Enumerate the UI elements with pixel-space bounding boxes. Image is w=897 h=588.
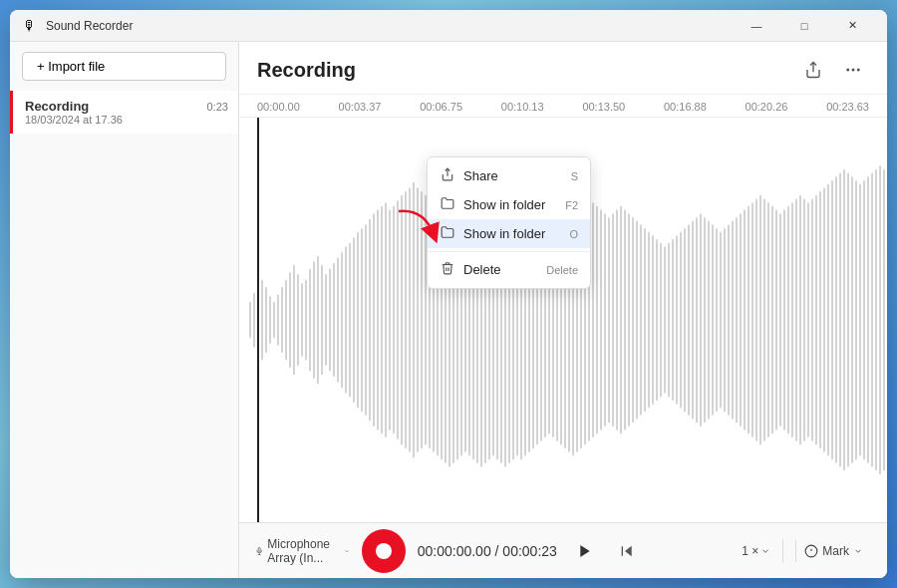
controls-divider — [782, 539, 783, 563]
svg-rect-22 — [321, 265, 323, 376]
share-icon — [804, 61, 822, 79]
svg-rect-153 — [843, 169, 845, 471]
menu-item-delete[interactable]: Delete Delete — [428, 255, 590, 284]
svg-rect-123 — [724, 228, 726, 413]
timeline-marker-2: 00:06.75 — [420, 101, 462, 113]
speed-control[interactable]: 1 × — [742, 544, 770, 558]
svg-rect-138 — [783, 209, 785, 430]
svg-rect-37 — [381, 206, 383, 435]
recording-title: Recording — [257, 59, 356, 82]
timeline-marker-5: 00:16.88 — [664, 101, 707, 113]
share-header-button[interactable] — [797, 54, 829, 86]
svg-rect-39 — [389, 209, 391, 430]
menu-item-folder2-label: Show in folder — [463, 226, 545, 241]
time-display: 00:00:00.00 / 00:00:23 — [418, 543, 557, 559]
svg-rect-104 — [648, 231, 650, 408]
svg-rect-159 — [867, 176, 869, 463]
svg-rect-160 — [871, 172, 873, 466]
svg-rect-38 — [385, 202, 387, 438]
menu-item-folder2-shortcut: O — [569, 228, 578, 240]
timeline-marker-3: 00:10.13 — [501, 101, 544, 113]
mark-button[interactable]: Mark — [795, 540, 871, 562]
app-icon: 🎙 — [22, 18, 38, 34]
menu-item-show-in-folder-2[interactable]: Show in folder O — [428, 219, 590, 248]
svg-rect-97 — [620, 206, 622, 435]
svg-rect-91 — [596, 206, 598, 435]
mic-selector[interactable]: Microphone Array (In... — [255, 537, 350, 565]
play-button[interactable] — [569, 535, 601, 567]
mark-chevron-icon — [853, 546, 863, 556]
svg-rect-93 — [604, 213, 606, 427]
svg-rect-147 — [819, 191, 821, 448]
svg-rect-122 — [720, 231, 722, 408]
title-bar: 🎙 Sound Recorder — □ ✕ — [10, 10, 887, 42]
timeline-marker-7: 00:23.63 — [826, 101, 869, 113]
svg-rect-128 — [744, 209, 746, 430]
menu-item-folder2-left: Show in folder — [440, 225, 545, 242]
svg-rect-126 — [736, 217, 738, 424]
svg-rect-11 — [277, 294, 279, 346]
svg-rect-13 — [285, 279, 287, 360]
bottom-controls: Microphone Array (In... 00:00:00.00 / 00… — [239, 522, 887, 578]
menu-item-share[interactable]: Share S — [428, 161, 590, 190]
svg-rect-139 — [787, 206, 789, 435]
svg-rect-162 — [879, 165, 881, 474]
speed-chevron-icon — [760, 546, 770, 556]
svg-rect-152 — [839, 172, 841, 466]
more-options-button[interactable] — [837, 54, 869, 86]
svg-rect-157 — [859, 183, 861, 455]
recording-list-item[interactable]: Recording 18/03/2024 at 17.36 0:23 — [10, 91, 238, 134]
time-total: 00:00:23 — [502, 543, 557, 559]
skip-to-start-button[interactable] — [613, 537, 641, 565]
menu-item-delete-left: Delete — [440, 261, 501, 278]
svg-rect-127 — [740, 213, 742, 427]
menu-item-folder1-left: Show in folder — [440, 196, 545, 213]
mark-icon — [804, 544, 818, 558]
svg-rect-155 — [851, 176, 853, 463]
svg-rect-148 — [823, 187, 825, 452]
svg-rect-150 — [831, 180, 833, 460]
svg-rect-144 — [807, 202, 809, 438]
svg-rect-33 — [365, 224, 367, 416]
svg-rect-131 — [755, 198, 757, 441]
maximize-button[interactable]: □ — [781, 10, 827, 42]
svg-point-1 — [846, 69, 849, 72]
svg-rect-118 — [704, 217, 706, 424]
chevron-down-icon — [344, 546, 350, 556]
svg-rect-26 — [337, 257, 339, 382]
svg-rect-136 — [775, 209, 777, 430]
svg-rect-116 — [696, 217, 698, 424]
svg-rect-102 — [640, 224, 642, 416]
svg-rect-4 — [249, 302, 251, 339]
svg-rect-30 — [353, 237, 355, 403]
svg-rect-105 — [652, 235, 654, 405]
record-button[interactable] — [362, 529, 406, 573]
svg-rect-29 — [349, 242, 351, 397]
svg-rect-125 — [732, 220, 734, 419]
svg-rect-141 — [795, 198, 797, 441]
close-button[interactable]: ✕ — [829, 10, 875, 42]
svg-rect-130 — [751, 202, 753, 438]
menu-item-show-in-folder-1[interactable]: Show in folder F2 — [428, 190, 590, 219]
svg-rect-143 — [803, 198, 805, 441]
mic-label: Microphone Array (In... — [267, 537, 339, 565]
svg-point-2 — [852, 69, 855, 72]
svg-rect-140 — [791, 202, 793, 438]
menu-item-share-shortcut: S — [571, 170, 578, 182]
minimize-button[interactable]: — — [734, 10, 779, 42]
sidebar: + Import file Recording 18/03/2024 at 17… — [10, 42, 239, 578]
svg-rect-115 — [692, 220, 694, 419]
svg-rect-121 — [716, 228, 718, 413]
svg-rect-163 — [883, 169, 885, 471]
svg-rect-7 — [261, 279, 263, 360]
window-controls: — □ ✕ — [734, 10, 875, 42]
share-menu-icon — [440, 167, 455, 184]
import-file-button[interactable]: + Import file — [22, 52, 226, 81]
playhead — [257, 118, 259, 522]
svg-rect-110 — [672, 239, 674, 401]
menu-item-folder1-label: Show in folder — [463, 197, 545, 212]
mic-icon — [255, 544, 263, 558]
timeline-marker-6: 00:20.26 — [746, 101, 788, 113]
svg-rect-95 — [612, 213, 614, 427]
svg-rect-142 — [799, 195, 801, 445]
